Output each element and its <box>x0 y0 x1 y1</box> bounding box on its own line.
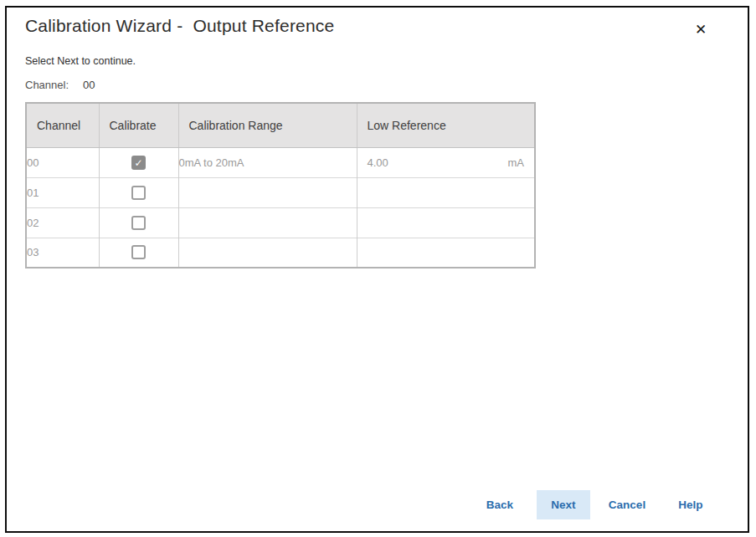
low-reference-cell[interactable]: 4.00 mA <box>357 147 535 177</box>
table-row: 01 ✓ <box>26 177 535 207</box>
screenshot-frame-border <box>5 6 749 533</box>
low-reference-cell <box>357 238 535 268</box>
calibration-table-wrap: Channel Calibrate Calibration Range Low … <box>25 102 536 268</box>
calibration-range-cell: 0mA to 20mA <box>178 147 357 177</box>
low-reference-cell <box>357 177 535 207</box>
calibrate-cell: ✓ <box>99 147 178 177</box>
calibration-range-cell <box>178 207 357 238</box>
instruction-text: Select Next to continue. <box>25 55 136 67</box>
help-button[interactable]: Help <box>664 490 717 519</box>
low-reference-value[interactable]: 4.00 <box>368 156 388 169</box>
cancel-button[interactable]: Cancel <box>600 490 654 519</box>
check-icon: ✓ <box>134 157 142 169</box>
low-reference-unit: mA <box>508 156 525 169</box>
table-header-row: Channel Calibrate Calibration Range Low … <box>26 103 535 147</box>
close-icon[interactable]: ✕ <box>688 18 713 42</box>
table-row: 00 ✓ 0mA to 20mA 4.00 mA <box>26 147 535 177</box>
channel-value: 00 <box>83 79 95 91</box>
channel-label: Channel: <box>25 79 69 91</box>
calibration-range-cell <box>178 177 357 207</box>
column-header-calibrate: Calibrate <box>99 103 178 147</box>
column-header-low-reference: Low Reference <box>357 103 535 147</box>
channel-cell: 02 <box>26 207 99 238</box>
calibrate-checkbox[interactable]: ✓ <box>131 216 146 230</box>
calibrate-cell: ✓ <box>99 207 178 238</box>
low-reference-cell <box>357 207 535 238</box>
channel-line: Channel:00 <box>25 79 95 91</box>
footer-button-bar: Back Next Cancel Help <box>473 490 717 519</box>
calibrate-cell: ✓ <box>99 177 178 207</box>
table-row: 03 ✓ <box>26 238 535 268</box>
table-row: 02 ✓ <box>26 207 535 238</box>
channel-cell: 00 <box>26 147 99 177</box>
column-header-calibration-range: Calibration Range <box>178 103 357 147</box>
channel-cell: 01 <box>26 177 99 207</box>
back-button[interactable]: Back <box>473 490 527 519</box>
calibrate-checkbox[interactable]: ✓ <box>131 245 146 259</box>
calibrate-checkbox[interactable]: ✓ <box>131 156 146 170</box>
calibration-range-cell <box>178 238 357 268</box>
next-button[interactable]: Next <box>537 490 590 519</box>
dialog-title: Calibration Wizard - Output Reference <box>25 16 334 36</box>
column-header-channel: Channel <box>26 103 99 147</box>
calibration-table: Channel Calibrate Calibration Range Low … <box>25 102 536 268</box>
channel-cell: 03 <box>26 238 99 268</box>
calibrate-cell: ✓ <box>99 238 178 268</box>
calibrate-checkbox[interactable]: ✓ <box>131 186 146 200</box>
